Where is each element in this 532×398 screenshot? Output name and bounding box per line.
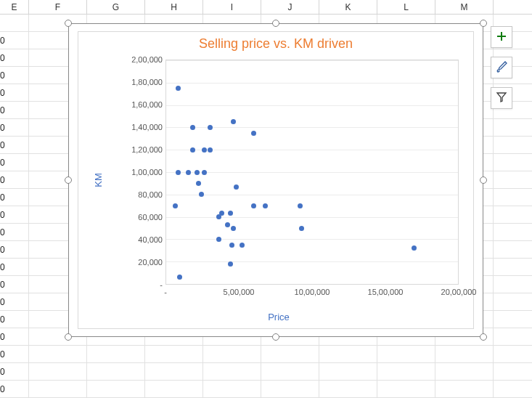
- cell[interactable]: [203, 346, 261, 362]
- data-point[interactable]: [216, 237, 221, 242]
- cell[interactable]: [435, 363, 494, 380]
- data-point[interactable]: [190, 147, 195, 153]
- cell[interactable]: [319, 381, 377, 397]
- data-point[interactable]: [173, 203, 178, 208]
- grid-row[interactable]: 0: [0, 381, 532, 398]
- data-point[interactable]: [202, 147, 207, 153]
- data-point[interactable]: [263, 203, 268, 208]
- cell[interactable]: 0: [0, 346, 29, 362]
- cell[interactable]: 0: [0, 241, 29, 258]
- chart-elements-button[interactable]: [491, 26, 512, 48]
- column-header[interactable]: H: [145, 0, 203, 14]
- data-point[interactable]: [234, 184, 239, 190]
- data-point[interactable]: [251, 203, 256, 208]
- column-header[interactable]: I: [203, 0, 261, 14]
- cell[interactable]: [261, 346, 319, 362]
- cell[interactable]: [203, 363, 261, 380]
- data-point[interactable]: [229, 243, 234, 248]
- plot-area[interactable]: [165, 60, 459, 285]
- resize-handle-bot-mid[interactable]: [272, 333, 279, 341]
- cell[interactable]: [0, 15, 29, 31]
- cell[interactable]: [87, 346, 145, 362]
- cell[interactable]: [145, 346, 203, 362]
- data-point[interactable]: [216, 214, 221, 219]
- chart-styles-button[interactable]: [491, 57, 512, 78]
- cell[interactable]: 0: [0, 206, 29, 223]
- data-point[interactable]: [228, 261, 233, 267]
- data-point[interactable]: [196, 181, 201, 186]
- cell[interactable]: 0: [0, 381, 29, 397]
- resize-handle-mid-right[interactable]: [480, 176, 487, 184]
- x-axis-title[interactable]: Price: [93, 312, 465, 322]
- cell[interactable]: 0: [0, 119, 29, 136]
- column-header[interactable]: M: [435, 0, 494, 14]
- data-point[interactable]: [240, 243, 245, 248]
- cell[interactable]: [377, 381, 435, 397]
- data-point[interactable]: [177, 275, 182, 280]
- cell[interactable]: [87, 381, 145, 397]
- chart-object[interactable]: Selling price vs. KM driven KM -20,00040…: [68, 23, 483, 337]
- data-point[interactable]: [251, 131, 256, 136]
- column-header[interactable]: L: [377, 0, 435, 14]
- cell[interactable]: 0: [0, 363, 29, 380]
- cell[interactable]: 0: [0, 224, 29, 240]
- data-point[interactable]: [299, 226, 304, 231]
- grid-row[interactable]: 0: [0, 346, 532, 363]
- data-point[interactable]: [202, 170, 207, 175]
- chart-filters-button[interactable]: [491, 87, 512, 109]
- cell[interactable]: 0: [0, 67, 29, 84]
- cell[interactable]: 0: [0, 293, 29, 310]
- data-point[interactable]: [208, 125, 213, 130]
- data-point[interactable]: [176, 86, 181, 91]
- column-header[interactable]: F: [29, 0, 87, 14]
- cell[interactable]: 0: [0, 328, 29, 345]
- data-point[interactable]: [195, 170, 200, 175]
- cell[interactable]: [261, 363, 319, 380]
- data-point[interactable]: [231, 119, 236, 124]
- cell[interactable]: 0: [0, 84, 29, 101]
- cell[interactable]: 0: [0, 49, 29, 66]
- data-point[interactable]: [186, 170, 191, 175]
- cell[interactable]: [377, 363, 435, 380]
- cell[interactable]: [203, 381, 261, 397]
- chart-title[interactable]: Selling price vs. KM driven: [78, 32, 473, 53]
- data-point[interactable]: [228, 211, 233, 216]
- cell[interactable]: 0: [0, 259, 29, 275]
- data-point[interactable]: [231, 226, 236, 231]
- cell[interactable]: [319, 363, 377, 380]
- resize-handle-top-mid[interactable]: [272, 20, 279, 27]
- cell[interactable]: [145, 381, 203, 397]
- cell[interactable]: [435, 381, 494, 397]
- data-point[interactable]: [225, 222, 230, 227]
- cell[interactable]: [29, 363, 87, 380]
- cell[interactable]: [435, 346, 494, 362]
- cell[interactable]: 0: [0, 154, 29, 171]
- chart-area[interactable]: Selling price vs. KM driven KM -20,00040…: [78, 31, 474, 329]
- column-header[interactable]: J: [261, 0, 319, 14]
- data-point[interactable]: [176, 170, 181, 175]
- cell[interactable]: 0: [0, 189, 29, 206]
- cell[interactable]: [145, 363, 203, 380]
- resize-handle-mid-left[interactable]: [65, 176, 72, 184]
- grid-row[interactable]: 0: [0, 363, 532, 381]
- cell[interactable]: [29, 381, 87, 397]
- data-point[interactable]: [298, 203, 303, 208]
- y-axis-title[interactable]: KM: [93, 173, 104, 187]
- column-header[interactable]: E: [0, 0, 29, 14]
- cell[interactable]: [261, 381, 319, 397]
- resize-handle-top-left[interactable]: [65, 20, 72, 27]
- cell[interactable]: 0: [0, 32, 29, 49]
- cell[interactable]: 0: [0, 171, 29, 188]
- data-point[interactable]: [199, 192, 204, 197]
- column-header[interactable]: G: [87, 0, 145, 14]
- data-point[interactable]: [208, 147, 213, 153]
- cell[interactable]: [87, 363, 145, 380]
- cell[interactable]: 0: [0, 276, 29, 293]
- cell[interactable]: [319, 346, 377, 362]
- resize-handle-bot-left[interactable]: [65, 333, 72, 341]
- cell[interactable]: [29, 346, 87, 362]
- column-header[interactable]: K: [319, 0, 377, 14]
- cell[interactable]: 0: [0, 137, 29, 153]
- cell[interactable]: [377, 346, 435, 362]
- data-point[interactable]: [190, 125, 195, 130]
